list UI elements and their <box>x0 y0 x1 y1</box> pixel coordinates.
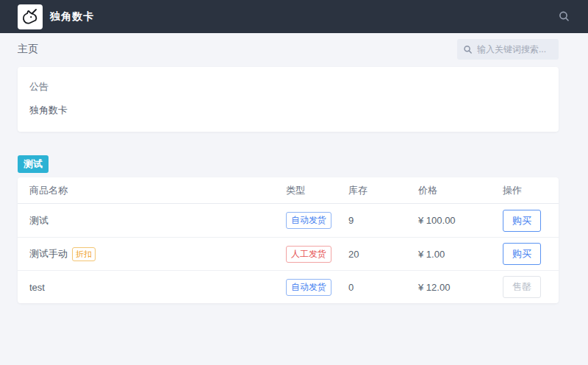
product-name: test <box>29 282 45 293</box>
site-title: 独角数卡 <box>50 10 94 24</box>
product-table: 商品名称 类型 库存 价格 操作 测试 自动发货 9 ¥ 100.00 购买 测… <box>18 177 559 303</box>
search-icon <box>463 45 473 54</box>
price-value: ¥ 1.00 <box>418 249 503 260</box>
unicorn-icon <box>21 7 40 26</box>
stock-value: 9 <box>348 215 418 226</box>
delivery-type-badge: 人工发货 <box>286 246 331 263</box>
announcement-title: 公告 <box>29 80 547 93</box>
table-header-row: 商品名称 类型 库存 价格 操作 <box>18 177 559 204</box>
announcement-card: 公告 独角数卡 <box>18 67 559 132</box>
table-row: 测试手动 折扣 人工发货 20 ¥ 1.00 购买 <box>18 237 559 270</box>
col-header-type: 类型 <box>286 184 348 197</box>
search-input[interactable] <box>477 44 553 54</box>
breadcrumb[interactable]: 主页 <box>18 43 38 56</box>
table-row: test 自动发货 0 ¥ 12.00 售罄 <box>18 270 559 303</box>
announcement-content: 独角数卡 <box>29 104 547 117</box>
navbar-search-icon[interactable] <box>558 10 570 23</box>
buy-button[interactable]: 购买 <box>503 210 541 232</box>
buy-button[interactable]: 购买 <box>503 243 541 265</box>
delivery-type-badge: 自动发货 <box>286 279 331 296</box>
col-header-action: 操作 <box>503 184 547 197</box>
stock-value: 0 <box>348 282 418 293</box>
soldout-button: 售罄 <box>503 276 541 298</box>
discount-tag-badge: 折扣 <box>72 247 96 261</box>
price-value: ¥ 12.00 <box>418 282 503 293</box>
group-badge: 测试 <box>18 155 49 173</box>
top-navbar: 独角数卡 <box>0 0 588 33</box>
keyword-search-box[interactable] <box>457 39 559 60</box>
price-value: ¥ 100.00 <box>418 215 503 226</box>
col-header-stock: 库存 <box>348 184 418 197</box>
page-header-row: 主页 <box>18 33 559 65</box>
product-name: 测试 <box>29 214 49 227</box>
table-row: 测试 自动发货 9 ¥ 100.00 购买 <box>18 204 559 237</box>
stock-value: 20 <box>348 249 418 260</box>
site-logo[interactable] <box>18 4 43 29</box>
delivery-type-badge: 自动发货 <box>286 212 331 229</box>
product-name: 测试手动 <box>29 247 68 261</box>
col-header-name: 商品名称 <box>29 184 286 197</box>
col-header-price: 价格 <box>418 184 503 197</box>
